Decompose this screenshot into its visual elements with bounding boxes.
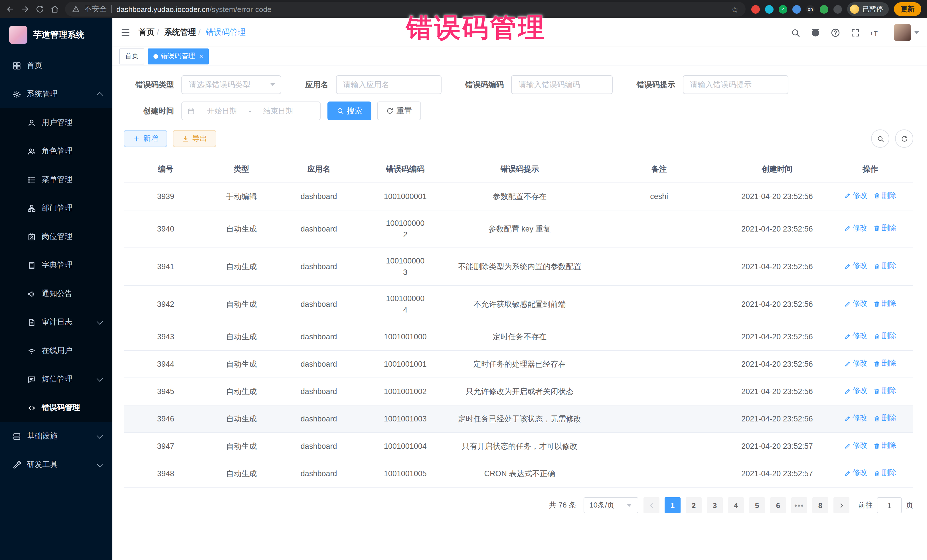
end-date-input[interactable] [255, 106, 301, 116]
next-page-button[interactable] [833, 498, 849, 513]
start-date-input[interactable] [199, 106, 245, 116]
app-filter-input[interactable] [336, 75, 441, 94]
edit-link[interactable]: 修改 [844, 299, 868, 310]
refresh-table-button[interactable] [895, 129, 913, 148]
arrow-left-icon[interactable] [6, 5, 15, 14]
search-button[interactable]: 搜索 [327, 102, 371, 120]
extension-icon[interactable]: ✓ [779, 5, 787, 14]
goto-suffix: 页 [906, 501, 913, 511]
search-icon[interactable] [791, 28, 800, 37]
server-icon [12, 432, 21, 440]
sidebar-menu-item[interactable]: 通知公告 [0, 279, 112, 308]
sidebar-menu-item[interactable]: 部门管理 [0, 194, 112, 222]
edit-link[interactable]: 修改 [844, 413, 868, 424]
hint-filter-input[interactable] [682, 75, 788, 94]
extension-icon[interactable]: on [806, 5, 815, 14]
page-button[interactable]: 8 [812, 498, 828, 513]
logo[interactable]: 芋道管理系统 [0, 18, 112, 51]
date-range-picker[interactable]: - [181, 102, 321, 120]
page-button[interactable]: 6 [770, 498, 786, 513]
sidebar-menu-item[interactable]: 角色管理 [0, 137, 112, 165]
delete-link[interactable]: 删除 [873, 299, 897, 310]
github-icon[interactable] [811, 28, 820, 37]
delete-link[interactable]: 删除 [873, 190, 897, 201]
search-icon [877, 135, 884, 142]
tab[interactable]: 首页 × [119, 48, 144, 64]
type-filter-select[interactable] [181, 75, 281, 94]
page-button[interactable]: 5 [749, 498, 765, 513]
cell-message: 不允许获取敏感配置到前端 [448, 285, 591, 323]
page-button[interactable]: ••• [791, 498, 807, 513]
sidebar-menu-item[interactable]: 在线用户 [0, 337, 112, 365]
trash-icon [873, 300, 880, 307]
page-size-select[interactable]: 10条/页 [584, 498, 638, 513]
arrow-right-icon[interactable] [21, 5, 30, 14]
hamburger-icon[interactable] [120, 27, 131, 38]
extension-icon[interactable] [820, 5, 828, 14]
sidebar-menu-item[interactable]: 研发工具 [0, 451, 112, 479]
export-button[interactable]: 导出 [173, 130, 216, 147]
sidebar-menu-item[interactable]: 基础设施 [0, 422, 112, 451]
edit-link[interactable]: 修改 [844, 261, 868, 272]
tab[interactable]: 错误码管理 × [148, 48, 209, 64]
page-button[interactable]: 3 [707, 498, 723, 513]
extension-icon[interactable] [765, 5, 774, 14]
trash-icon [873, 193, 880, 199]
cell-id: 3942 [124, 285, 207, 323]
goto-page-input[interactable] [877, 498, 902, 513]
delete-link[interactable]: 删除 [873, 386, 897, 397]
add-button[interactable]: 新增 [124, 130, 167, 147]
home-icon[interactable] [50, 5, 59, 14]
profile-chip[interactable]: 已暂停 [847, 2, 889, 16]
edit-link[interactable]: 修改 [844, 440, 868, 451]
sidebar-menu-item[interactable]: 短信管理 [0, 365, 112, 393]
edit-link[interactable]: 修改 [844, 386, 868, 397]
profile-avatar [850, 5, 859, 14]
sidebar-menu-item[interactable]: 岗位管理 [0, 222, 112, 251]
extension-icon[interactable] [833, 5, 842, 14]
edit-link[interactable]: 修改 [844, 358, 868, 369]
help-icon[interactable] [831, 28, 840, 37]
page-button[interactable]: 1 [664, 498, 681, 513]
sidebar-menu-item[interactable]: 首页 [0, 51, 112, 80]
delete-link[interactable]: 删除 [873, 261, 897, 272]
edit-link[interactable]: 修改 [844, 190, 868, 201]
trash-icon [873, 442, 880, 449]
reset-button[interactable]: 重置 [377, 102, 421, 120]
extension-icon[interactable] [792, 5, 801, 14]
delete-link[interactable]: 删除 [873, 331, 897, 342]
sidebar-menu-item[interactable]: 错误码管理 [0, 393, 112, 422]
star-icon[interactable]: ☆ [731, 5, 739, 14]
update-button[interactable]: 更新 [894, 2, 921, 16]
page-button[interactable]: 4 [728, 498, 744, 513]
breadcrumb-item[interactable]: 系统管理 [164, 27, 196, 36]
delete-link[interactable]: 删除 [873, 440, 897, 451]
address-bar[interactable]: 不安全 dashboard.yudao.iocoder.cn/system/er… [65, 2, 746, 17]
delete-link[interactable]: 删除 [873, 413, 897, 424]
toggle-search-button[interactable] [871, 129, 889, 148]
reload-icon[interactable] [35, 5, 44, 14]
sidebar-menu-item[interactable]: 菜单管理 [0, 165, 112, 194]
sidebar-menu-item[interactable]: 字典管理 [0, 251, 112, 279]
prev-page-button[interactable] [643, 498, 660, 513]
breadcrumb-item[interactable]: 错误码管理 [206, 27, 246, 36]
sidebar-menu-item[interactable]: 审计日志 [0, 308, 112, 337]
extension-icon[interactable] [751, 5, 760, 14]
fullscreen-icon[interactable] [851, 28, 860, 37]
user-menu[interactable] [894, 24, 919, 41]
page-button[interactable]: 2 [686, 498, 702, 513]
edit-link[interactable]: 修改 [844, 223, 868, 234]
delete-link[interactable]: 删除 [873, 468, 897, 479]
edit-link[interactable]: 修改 [844, 331, 868, 342]
delete-link[interactable]: 删除 [873, 358, 897, 369]
edit-link[interactable]: 修改 [844, 468, 868, 479]
column-header: 备注 [591, 156, 727, 183]
delete-link[interactable]: 删除 [873, 223, 897, 234]
font-size-icon[interactable]: tT [871, 28, 880, 37]
tree-icon [27, 204, 36, 212]
sidebar-menu-item[interactable]: 系统管理 [0, 80, 112, 108]
sidebar-menu-item[interactable]: 用户管理 [0, 108, 112, 137]
breadcrumb-item[interactable]: 首页 [138, 27, 155, 36]
code-filter-input[interactable] [511, 75, 613, 94]
close-icon[interactable]: × [199, 53, 203, 59]
